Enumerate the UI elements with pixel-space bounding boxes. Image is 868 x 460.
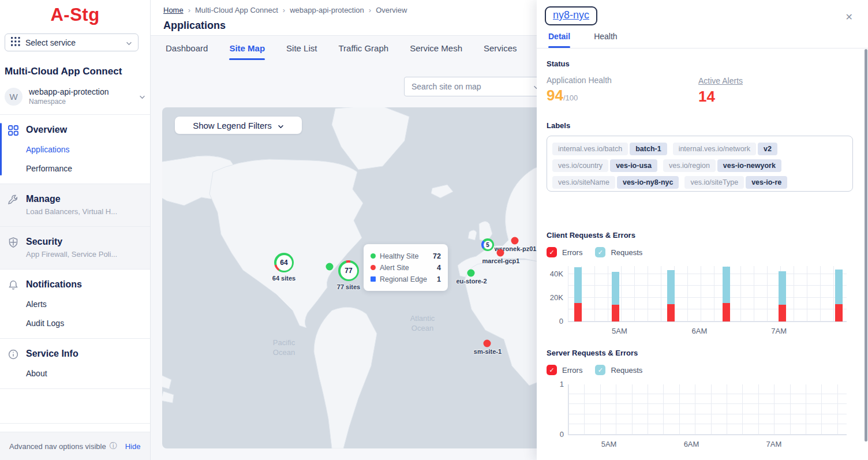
cluster-marker-77[interactable]: 77 bbox=[338, 260, 359, 281]
bell-icon bbox=[8, 279, 19, 291]
close-icon[interactable]: ✕ bbox=[845, 12, 853, 23]
cluster-marker-5[interactable]: 5 bbox=[481, 238, 494, 251]
server-chart: 105AM6AM7AM bbox=[568, 384, 847, 435]
y-tick-0: 0 bbox=[544, 317, 563, 326]
application-health-label: Application Health bbox=[547, 76, 698, 85]
sidebar-item-service-info[interactable]: Service Info bbox=[26, 349, 141, 359]
bar-2[interactable] bbox=[612, 272, 619, 321]
panel-tab-health[interactable]: Health bbox=[594, 32, 617, 48]
tab-service-mesh[interactable]: Service Mesh bbox=[410, 43, 462, 60]
application-health-max: /100 bbox=[563, 94, 578, 102]
site-marker-wsronek-pz01[interactable] bbox=[511, 237, 519, 245]
search-site-combobox[interactable]: Search site on map bbox=[404, 77, 547, 96]
label-key-chip: ves.io/siteType bbox=[684, 176, 744, 189]
site-marker[interactable] bbox=[326, 263, 334, 271]
tab-site-map[interactable]: Site Map bbox=[229, 43, 265, 60]
breadcrumb-separator: › bbox=[188, 6, 190, 14]
requests-segment bbox=[612, 272, 619, 305]
panel-tab-detail[interactable]: Detail bbox=[548, 32, 570, 48]
site-name-chip: ny8-nyc bbox=[545, 6, 597, 25]
x-tick-5am: 5AM bbox=[601, 440, 617, 448]
label-key-chip: ves.io/region bbox=[663, 159, 716, 172]
sidebar-item-audit-logs[interactable]: Audit Logs bbox=[26, 319, 141, 328]
sidebar-item-notifications[interactable]: Notifications bbox=[26, 279, 141, 290]
namespace-name: webapp-api-protection bbox=[29, 87, 109, 96]
label-value-chip: ves-io-ny8-nyc bbox=[617, 176, 679, 189]
sidebar-item-about[interactable]: About bbox=[26, 369, 141, 378]
tab-traffic-graph[interactable]: Traffic Graph bbox=[338, 43, 388, 60]
bar-4[interactable] bbox=[723, 267, 730, 321]
site-marker-marcel-gcp1[interactable] bbox=[497, 249, 504, 257]
sidebar-item-alerts[interactable]: Alerts bbox=[26, 300, 141, 309]
search-placeholder: Search site on map bbox=[411, 82, 533, 91]
product-title: Multi-Cloud App Connect bbox=[5, 66, 150, 77]
map-legend-count: 72 bbox=[433, 252, 441, 260]
panel-scrollbar-thumb[interactable] bbox=[865, 49, 867, 442]
hide-advanced-nav-link[interactable]: Hide bbox=[125, 442, 141, 451]
breadcrumb-item-multi-cloud-app-connect[interactable]: Multi-Cloud App Connect bbox=[195, 6, 278, 14]
sidebar-item-performance[interactable]: Performance bbox=[26, 164, 141, 173]
tab-services[interactable]: Services bbox=[484, 43, 517, 60]
sidebar-item-security[interactable]: Security bbox=[26, 237, 141, 247]
x-tick-7am: 7AM bbox=[766, 440, 782, 448]
checkbox-checked-icon[interactable]: ✓ bbox=[595, 365, 605, 375]
legend-label: Requests bbox=[611, 366, 642, 375]
show-legend-filters-button[interactable]: Show Legend Filters bbox=[175, 117, 302, 134]
label-key-chip: ves.io/country bbox=[552, 159, 608, 172]
errors-segment bbox=[574, 303, 582, 321]
site-marker-sm-site-1[interactable] bbox=[484, 340, 491, 347]
client-chart-title: Client Requests & Errors bbox=[547, 231, 852, 240]
map-legend-row-alert-site: Alert Site4 bbox=[371, 263, 441, 272]
label-value-chip: ves-io-re bbox=[746, 176, 787, 189]
sidebar-item-overview[interactable]: Overview bbox=[26, 125, 141, 135]
checkbox-checked-icon[interactable]: ✓ bbox=[595, 247, 605, 257]
sidebar-section-overview: OverviewApplicationsPerformance bbox=[0, 115, 150, 184]
wrench-icon bbox=[8, 194, 19, 205]
shield-icon bbox=[8, 237, 19, 248]
breadcrumb-item-webapp-api-protection[interactable]: webapp-api-protection bbox=[290, 6, 364, 14]
bar-5[interactable] bbox=[779, 271, 786, 321]
breadcrumb-item-home[interactable]: Home bbox=[163, 6, 184, 14]
bar-6[interactable] bbox=[835, 270, 843, 321]
select-service-label: Select service bbox=[25, 38, 121, 47]
legend-label: Errors bbox=[562, 366, 582, 375]
legend-checkbox-errors[interactable]: ✓Errors bbox=[547, 365, 582, 375]
y-tick-40k: 40K bbox=[544, 270, 563, 278]
map-legend-row-regional-edge: Regional Edge1 bbox=[371, 274, 441, 284]
y-tick-0: 0 bbox=[544, 430, 564, 439]
select-service-dropdown[interactable]: Select service bbox=[5, 33, 139, 51]
tab-dashboard[interactable]: Dashboard bbox=[166, 43, 208, 60]
labels-box: internal.ves.io/batchbatch-1internal.ves… bbox=[547, 136, 853, 192]
bar-3[interactable] bbox=[667, 270, 675, 321]
checkbox-checked-icon[interactable]: ✓ bbox=[547, 247, 557, 257]
bar-1[interactable] bbox=[574, 267, 582, 321]
active-alerts-link[interactable]: Active Alerts bbox=[698, 76, 743, 85]
client-chart: 40K20K05AM6AM7AM bbox=[568, 266, 847, 322]
cluster-marker-64[interactable]: 64 bbox=[274, 253, 294, 272]
label-value-chip: ves-io-usa bbox=[610, 159, 657, 172]
legend-checkbox-requests[interactable]: ✓Requests bbox=[595, 365, 642, 375]
sidebar-section-subtitle: App Firewall, Service Poli... bbox=[26, 250, 141, 259]
site-name-link[interactable]: ny8-nyc bbox=[553, 9, 589, 21]
namespace-avatar: W bbox=[5, 88, 23, 106]
breadcrumb-separator: › bbox=[369, 6, 371, 14]
site-marker-eu-store-2[interactable] bbox=[467, 270, 475, 277]
sidebar-item-manage[interactable]: Manage bbox=[26, 194, 141, 204]
square-swatch-icon bbox=[371, 276, 376, 282]
status-heading: Status bbox=[547, 59, 852, 68]
legend-checkbox-errors[interactable]: ✓Errors bbox=[547, 247, 582, 257]
sidebar-item-applications[interactable]: Applications bbox=[26, 145, 141, 154]
legend-checkbox-requests[interactable]: ✓Requests bbox=[595, 247, 642, 257]
sidebar-section-notifications: NotificationsAlertsAudit Logs bbox=[0, 270, 150, 339]
chevron-down-icon bbox=[278, 121, 284, 130]
sidebar-section-subtitle: Load Balancers, Virtual H... bbox=[26, 207, 141, 216]
checkbox-checked-icon[interactable]: ✓ bbox=[547, 365, 557, 375]
tab-site-list[interactable]: Site List bbox=[286, 43, 317, 60]
requests-segment bbox=[723, 267, 730, 303]
label-pair: internal.ves.io/batchbatch-1 bbox=[552, 143, 667, 155]
label-key-chip: internal.ves.io/batch bbox=[552, 143, 628, 155]
namespace-selector[interactable]: W webapp-api-protection Namespace bbox=[5, 87, 145, 106]
client-chart-plot: 40K20K05AM6AM7AM bbox=[568, 266, 847, 322]
errors-segment bbox=[612, 305, 619, 321]
label-pair: ves.io/regionves-io-newyork bbox=[663, 159, 781, 172]
